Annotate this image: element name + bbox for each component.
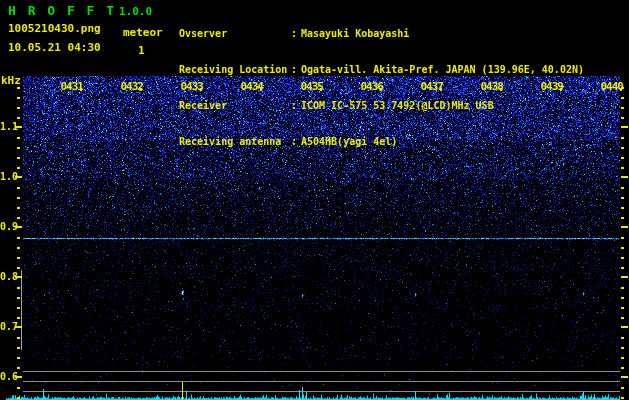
time-tick-label: 0431 bbox=[55, 80, 83, 93]
time-tick-label: 0437 bbox=[415, 80, 443, 93]
time-tick-label: 0440 bbox=[595, 80, 623, 93]
output-filename: 1005210430.png bbox=[8, 22, 101, 35]
observer-value: Masayuki Kobayashi bbox=[301, 28, 409, 40]
meteor-count: 1 bbox=[138, 44, 145, 57]
observer-row: Receiver : ICOM IC-575 53.7492(@LCD)MHz … bbox=[179, 100, 584, 112]
time-tick-label: 0436 bbox=[355, 80, 383, 93]
observer-label: Receiving antenna bbox=[179, 136, 291, 148]
time-tick-label: 0432 bbox=[115, 80, 143, 93]
y-axis-unit-label: kHz bbox=[1, 74, 21, 87]
freq-tick-label: 0.6 bbox=[0, 371, 16, 382]
time-tick-label: 0433 bbox=[175, 80, 203, 93]
observer-row: Receiving antenna : A504HB(yagi 4el) bbox=[179, 136, 584, 148]
freq-tick-label: 0.8 bbox=[0, 271, 16, 282]
observer-label: Ovserver bbox=[179, 28, 291, 40]
observer-label: Receiver bbox=[179, 100, 291, 112]
time-tick-label: 0438 bbox=[475, 80, 503, 93]
observer-value: A504HB(yagi 4el) bbox=[301, 136, 397, 148]
freq-tick-label: 0.9 bbox=[0, 221, 16, 232]
hrofft-screen: H R O F F T 1.0.0 1005210430.png meteor … bbox=[0, 0, 629, 400]
time-tick-label: 0435 bbox=[295, 80, 323, 93]
mode-label: meteor bbox=[123, 26, 163, 39]
observer-row: Receiving Location : Ogata-vill. Akita-P… bbox=[179, 64, 584, 76]
freq-tick-label: 1.1 bbox=[0, 121, 16, 132]
observer-value: ICOM IC-575 53.7492(@LCD)MHz USB bbox=[301, 100, 494, 112]
observer-row: Ovserver : Masayuki Kobayashi bbox=[179, 28, 584, 40]
observer-label: Receiving Location bbox=[179, 64, 291, 76]
app-title: H R O F F T bbox=[8, 3, 116, 18]
observer-value: Ogata-vill. Akita-Pref. JAPAN (139.96E, … bbox=[301, 64, 584, 76]
time-tick-label: 0439 bbox=[535, 80, 563, 93]
app-version: 1.0.0 bbox=[119, 5, 152, 18]
freq-tick-label: 0.7 bbox=[0, 321, 16, 332]
time-tick-label: 0434 bbox=[235, 80, 263, 93]
date-time: 10.05.21 04:30 bbox=[8, 41, 101, 54]
freq-tick-label: 1.0 bbox=[0, 171, 16, 182]
